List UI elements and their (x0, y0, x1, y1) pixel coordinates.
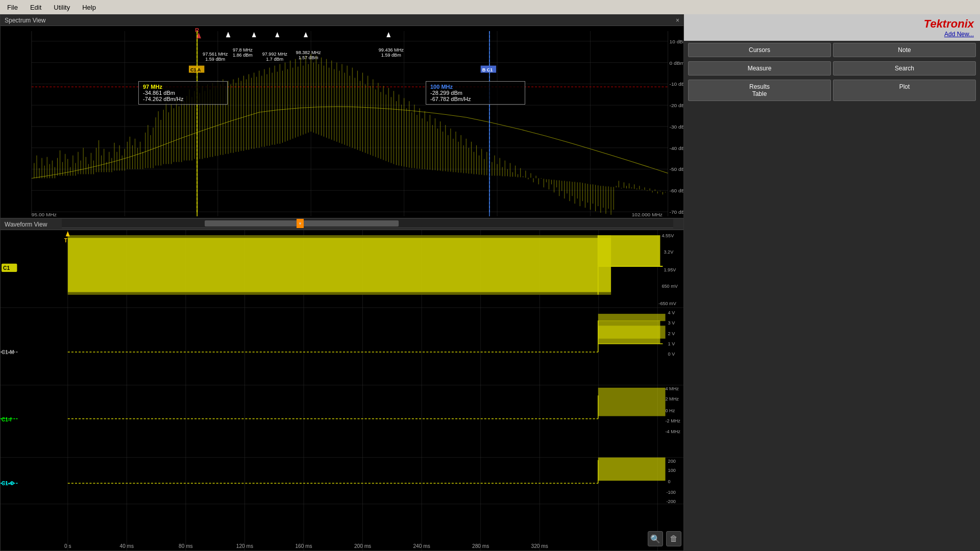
waveform-title-bar: Waveform View ▼ (1, 219, 683, 230)
tektronix-logo: Tektronix (924, 17, 974, 31)
svg-text:97.561 MHz: 97.561 MHz (203, 52, 228, 57)
svg-text:98.382 MHz: 98.382 MHz (296, 50, 322, 55)
svg-text:320 ms: 320 ms (531, 543, 548, 549)
svg-rect-314 (68, 292, 611, 295)
plot-button[interactable]: Plot (833, 80, 976, 101)
zoom-button[interactable]: 🔍 (648, 531, 663, 546)
svg-text:T: T (64, 238, 68, 243)
svg-text:1.59 dBm: 1.59 dBm (381, 53, 401, 58)
note-button[interactable]: Note (833, 43, 976, 57)
menu-utility[interactable]: Utility (51, 3, 73, 12)
svg-text:99.436 MHz: 99.436 MHz (379, 47, 404, 53)
tektronix-header: Tektronix Add New... (684, 14, 980, 41)
scope-area: Spectrum View × (0, 14, 684, 551)
svg-marker-264 (252, 32, 256, 37)
svg-text:-2 MHz: -2 MHz (666, 418, 681, 423)
svg-rect-312 (68, 235, 611, 294)
svg-text:650 mV: 650 mV (662, 284, 678, 289)
waveform-view-title: Waveform View (5, 221, 47, 228)
svg-text:2 V: 2 V (668, 331, 676, 336)
svg-text:-100: -100 (667, 490, 676, 495)
search-button[interactable]: Search (833, 61, 976, 76)
measure-button[interactable]: Measure (688, 61, 831, 76)
svg-text:1.57 dBm: 1.57 dBm (299, 55, 318, 60)
svg-rect-329 (598, 458, 666, 481)
svg-text:4 MHz: 4 MHz (666, 386, 679, 391)
svg-text:4.55V: 4.55V (662, 233, 674, 238)
svg-rect-322 (598, 314, 666, 321)
svg-text:1 V: 1 V (668, 341, 676, 346)
svg-text:102.000 MHz: 102.000 MHz (632, 212, 663, 217)
menu-edit[interactable]: Edit (27, 3, 44, 12)
svg-text:C1-f: C1-f (2, 417, 12, 422)
svg-text:-60 dBm: -60 dBm (670, 188, 683, 193)
svg-rect-313 (68, 235, 611, 238)
svg-marker-266 (304, 32, 308, 37)
svg-text:1.86 dBm: 1.86 dBm (233, 53, 253, 58)
svg-text:280 ms: 280 ms (472, 543, 489, 549)
spectrum-view: Spectrum View × (0, 14, 684, 218)
trash-button[interactable]: 🗑 (666, 531, 681, 546)
svg-text:-50 dBm: -50 dBm (670, 167, 683, 172)
menu-help[interactable]: Help (79, 3, 99, 12)
cursors-button[interactable]: Cursors (688, 43, 831, 57)
svg-text:-10 dBm: -10 dBm (670, 81, 683, 87)
spectrum-view-title: Spectrum View (5, 17, 45, 24)
right-buttons-row3: Results Table Plot (684, 78, 980, 103)
svg-text:200 ms: 200 ms (354, 543, 371, 549)
svg-text:3.2V: 3.2V (664, 249, 674, 255)
svg-text:160 ms: 160 ms (295, 543, 312, 549)
svg-text:-4 MHz: -4 MHz (666, 429, 681, 434)
right-buttons-row1: Cursors Note (684, 41, 980, 59)
svg-text:4 V: 4 V (668, 310, 676, 315)
svg-text:1.59 dBm: 1.59 dBm (205, 57, 225, 62)
waveform-view: Waveform View ▼ (0, 218, 684, 551)
svg-text:40 ms: 40 ms (120, 543, 134, 549)
add-new-link[interactable]: Add New... (944, 31, 974, 38)
right-panel: Tektronix Add New... Cursors Note Measur… (684, 14, 980, 551)
svg-text:97.8 MHz: 97.8 MHz (233, 47, 253, 53)
waveform-scrollbar[interactable]: ▼ (62, 219, 673, 228)
svg-text:200: 200 (668, 459, 676, 464)
svg-marker-263 (226, 32, 230, 37)
svg-text:-650 mV: -650 mV (658, 301, 676, 306)
svg-text:100: 100 (668, 468, 676, 473)
svg-marker-265 (275, 32, 279, 37)
svg-text:-30 dBm: -30 dBm (670, 124, 683, 130)
svg-text:1.95V: 1.95V (664, 267, 676, 272)
menu-file[interactable]: File (4, 3, 21, 12)
svg-text:B C1: B C1 (482, 67, 493, 72)
svg-text:-200: -200 (667, 499, 676, 504)
main-container: Spectrum View × (0, 14, 980, 551)
svg-text:0 s: 0 s (64, 543, 71, 549)
scrollbar-handle[interactable]: ▼ (297, 219, 304, 228)
svg-text:-20 dBm: -20 dBm (670, 103, 683, 108)
svg-text:C1: C1 (3, 265, 10, 271)
svg-text:0 V: 0 V (668, 352, 676, 357)
svg-text:97.992 MHz: 97.992 MHz (262, 52, 288, 57)
svg-marker-267 (386, 32, 390, 37)
menu-bar: File Edit Utility Help (0, 0, 980, 14)
right-buttons-row2: Measure Search (684, 59, 980, 78)
svg-rect-315 (598, 235, 660, 266)
svg-text:120 ms: 120 ms (236, 543, 253, 549)
svg-rect-323 (598, 325, 666, 338)
svg-text:80 ms: 80 ms (179, 543, 193, 549)
svg-text:C1 A: C1 A (190, 67, 201, 72)
svg-text:1.7 dBm: 1.7 dBm (266, 57, 283, 62)
spectrum-title-bar: Spectrum View × (1, 15, 683, 26)
svg-text:10 dBm: 10 dBm (670, 39, 683, 44)
spectrum-close-button[interactable]: × (676, 17, 679, 24)
svg-rect-326 (598, 388, 666, 416)
svg-text:0 Hz: 0 Hz (666, 408, 675, 413)
results-table-button[interactable]: Results Table (688, 80, 831, 101)
svg-text:-70 dBm: -70 dBm (670, 209, 683, 215)
svg-text:95.00 MHz: 95.00 MHz (32, 212, 57, 217)
svg-marker-330 (66, 231, 70, 236)
spectrum-canvas-area[interactable]: R C1 A B C1 10 dBm 0 dBm -10 dBm -20 dBm… (1, 26, 683, 218)
svg-text:-40 dBm: -40 dBm (670, 145, 683, 151)
svg-text:0 dBm: 0 dBm (670, 60, 683, 66)
waveform-chart: T 0 s 40 ms 80 ms 120 ms 160 ms 200 ms 2… (1, 230, 683, 550)
spectrum-chart: R C1 A B C1 10 dBm 0 dBm -10 dBm -20 dBm… (1, 26, 683, 218)
svg-text:0: 0 (668, 479, 671, 484)
